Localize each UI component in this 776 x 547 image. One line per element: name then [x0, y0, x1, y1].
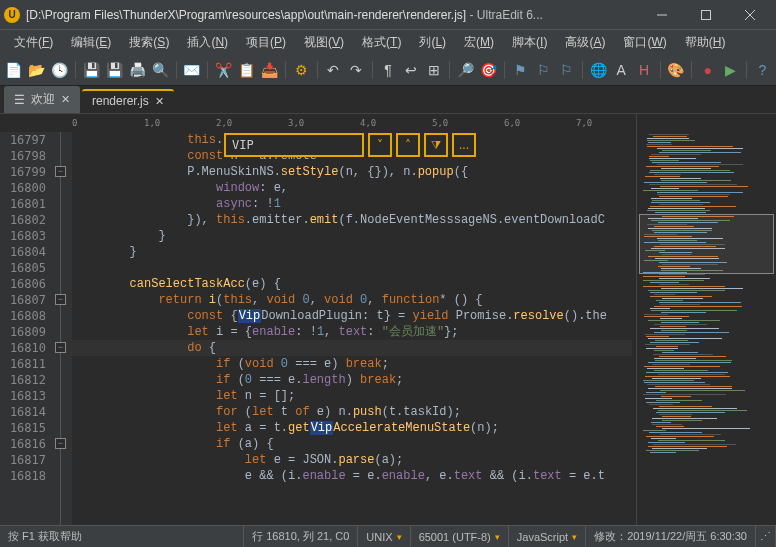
undo-icon[interactable]: ↶: [324, 59, 343, 81]
code-line[interactable]: const {VipDownloadPlugin: t} = yield Pro…: [72, 308, 632, 324]
fold-toggle[interactable]: −: [55, 294, 66, 305]
config-icon[interactable]: ⚙: [292, 59, 311, 81]
search-icon[interactable]: 🔎: [456, 59, 475, 81]
code-line[interactable]: async: !1: [72, 196, 632, 212]
open-file-icon[interactable]: 📂: [27, 59, 46, 81]
close-button[interactable]: [728, 1, 772, 29]
text-icon[interactable]: A: [612, 59, 631, 81]
code-line[interactable]: if (void 0 === e) break;: [72, 356, 632, 372]
code-line[interactable]: canSelectTaskAcc(e) {: [72, 276, 632, 292]
goto-icon[interactable]: 🎯: [479, 59, 498, 81]
code-line[interactable]: let i = {enable: !1, text: "会员加速"};: [72, 324, 632, 340]
save-icon[interactable]: 💾: [82, 59, 101, 81]
minimap-line: [660, 434, 721, 435]
code-line[interactable]: let n = [];: [72, 388, 632, 404]
menu-n[interactable]: 插入(N): [179, 32, 236, 53]
line-number: 16802: [0, 212, 50, 228]
menu-t[interactable]: 格式(T): [354, 32, 409, 53]
code-line[interactable]: window: e,: [72, 180, 632, 196]
minimap-line: [645, 376, 730, 377]
code-line[interactable]: return i(this, void 0, void 0, function*…: [72, 292, 632, 308]
recent-icon[interactable]: 🕓: [50, 59, 69, 81]
code-editor[interactable]: this.emitter.emit( const n = a.remote P.…: [72, 132, 636, 525]
minimap-line: [650, 282, 679, 283]
mail-icon[interactable]: ✉️: [182, 59, 201, 81]
menu-l[interactable]: 列(L): [411, 32, 454, 53]
status-encoding[interactable]: 65001 (UTF-8): [411, 526, 509, 547]
redo-icon[interactable]: ↷: [347, 59, 366, 81]
palette-icon[interactable]: 🎨: [666, 59, 685, 81]
menu-h[interactable]: 帮助(H): [677, 32, 734, 53]
minimap[interactable]: [636, 114, 776, 525]
tab-close-icon[interactable]: ✕: [155, 95, 164, 108]
maximize-button[interactable]: [684, 1, 728, 29]
menu-e[interactable]: 编辑(E): [63, 32, 119, 53]
minimap-line: [660, 390, 745, 391]
menu-m[interactable]: 宏(M): [456, 32, 502, 53]
search-filter-button[interactable]: ⧩: [424, 133, 448, 157]
code-line[interactable]: for (let t of e) n.push(t.taskId);: [72, 404, 632, 420]
search-input[interactable]: [224, 133, 364, 157]
menu-w[interactable]: 窗口(W): [615, 32, 674, 53]
wrap-icon[interactable]: ↩: [401, 59, 420, 81]
minimap-line: [650, 170, 730, 171]
minimize-button[interactable]: [640, 1, 684, 29]
macro-rec-icon[interactable]: ●: [698, 59, 717, 81]
menu-v[interactable]: 视图(V): [296, 32, 352, 53]
minimap-line: [649, 172, 734, 173]
help-icon[interactable]: ?: [753, 59, 772, 81]
status-language[interactable]: JavaScript: [509, 526, 586, 547]
file-path: [D:\Program Files\ThunderX\Program\resou…: [26, 8, 466, 22]
bookmark-icon[interactable]: ⚑: [511, 59, 530, 81]
search-more-button[interactable]: ...: [452, 133, 476, 157]
search-prev-button[interactable]: ˄: [396, 133, 420, 157]
format-icon[interactable]: ¶: [379, 59, 398, 81]
paste-icon[interactable]: 📥: [260, 59, 279, 81]
html-icon[interactable]: 🌐: [589, 59, 608, 81]
minimap-line: [647, 384, 710, 385]
menu-s[interactable]: 搜索(S): [121, 32, 177, 53]
minimap-line: [655, 386, 732, 387]
code-line[interactable]: let e = JSON.parse(a);: [72, 452, 632, 468]
copy-icon[interactable]: 📋: [237, 59, 256, 81]
resize-grip-icon[interactable]: ⋰: [756, 526, 776, 547]
code-line[interactable]: }), this.emitter.emit(f.NodeEventMesssag…: [72, 212, 632, 228]
code-line[interactable]: let a = t.getVipAccelerateMenuState(n);: [72, 420, 632, 436]
preview-icon[interactable]: 🔍: [151, 59, 170, 81]
line-number: 16814: [0, 404, 50, 420]
tab-close-icon[interactable]: ✕: [61, 93, 70, 106]
code-line[interactable]: do {: [72, 340, 632, 356]
minimap-line: [644, 314, 668, 315]
search-next-button[interactable]: ˅: [368, 133, 392, 157]
macro-play-icon[interactable]: ▶: [721, 59, 740, 81]
fold-toggle[interactable]: −: [55, 438, 66, 449]
invisible-icon[interactable]: ⊞: [424, 59, 443, 81]
code-line[interactable]: if (a) {: [72, 436, 632, 452]
hex-icon[interactable]: H: [635, 59, 654, 81]
bookmark-next-icon[interactable]: ⚐: [557, 59, 576, 81]
menu-i[interactable]: 脚本(I): [504, 32, 555, 53]
bookmark-prev-icon[interactable]: ⚐: [534, 59, 553, 81]
menu-a[interactable]: 高级(A): [557, 32, 613, 53]
code-line[interactable]: }: [72, 244, 632, 260]
fold-toggle[interactable]: −: [55, 342, 66, 353]
tab-欢迎[interactable]: ☰欢迎✕: [4, 86, 80, 113]
tab-renderer.js[interactable]: renderer.js✕: [82, 89, 174, 113]
separator: [372, 61, 373, 79]
print-icon[interactable]: 🖨️: [128, 59, 147, 81]
minimap-line: [647, 140, 695, 141]
code-line[interactable]: [72, 260, 632, 276]
save-all-icon[interactable]: 💾: [105, 59, 124, 81]
code-line[interactable]: }: [72, 228, 632, 244]
fold-toggle[interactable]: −: [55, 166, 66, 177]
code-line[interactable]: if (0 === e.length) break;: [72, 372, 632, 388]
menu-p[interactable]: 项目(P): [238, 32, 294, 53]
code-line[interactable]: e && (i.enable = e.enable, e.text && (i.…: [72, 468, 632, 484]
minimap-viewport[interactable]: [639, 214, 774, 274]
cut-icon[interactable]: ✂️: [214, 59, 233, 81]
code-line[interactable]: P.MenuSkinNS.setStyle(n, {}), n.popup({: [72, 164, 632, 180]
minimap-line: [645, 334, 685, 335]
status-eol[interactable]: UNIX: [358, 526, 410, 547]
new-file-icon[interactable]: 📄: [4, 59, 23, 81]
menu-f[interactable]: 文件(F): [6, 32, 61, 53]
